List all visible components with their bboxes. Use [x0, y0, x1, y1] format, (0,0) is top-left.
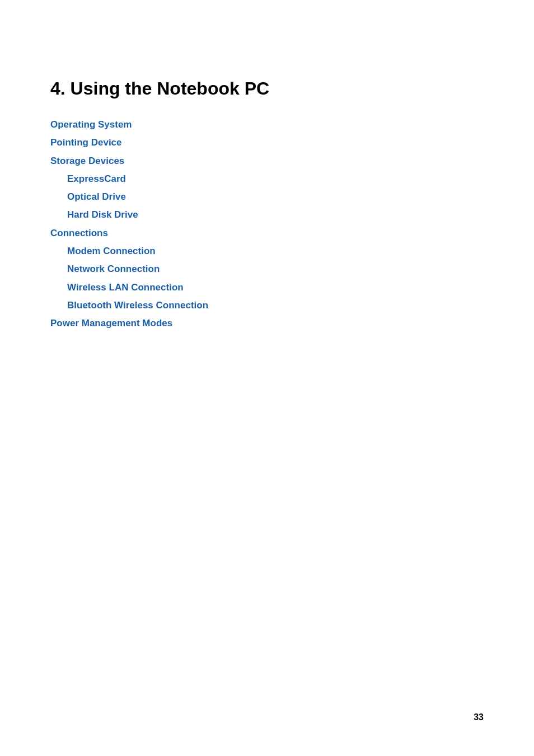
toc-item-4[interactable]: Optical Drive: [67, 188, 484, 206]
chapter-title: 4. Using the Notebook PC: [50, 78, 484, 99]
toc-list: Operating SystemPointing DeviceStorage D…: [50, 116, 484, 333]
toc-item-3[interactable]: ExpressCard: [67, 170, 484, 188]
toc-item-2[interactable]: Storage Devices: [50, 152, 484, 170]
toc-item-11[interactable]: Power Management Modes: [50, 314, 484, 332]
page-container: 4. Using the Notebook PC Operating Syste…: [0, 0, 534, 756]
toc-item-5[interactable]: Hard Disk Drive: [67, 206, 484, 224]
page-number: 33: [474, 712, 484, 722]
toc-item-6[interactable]: Connections: [50, 224, 484, 242]
toc-item-9[interactable]: Wireless LAN Connection: [67, 279, 484, 297]
toc-item-10[interactable]: Bluetooth Wireless Connection: [67, 297, 484, 314]
toc-item-7[interactable]: Modem Connection: [67, 242, 484, 260]
toc-item-8[interactable]: Network Connection: [67, 260, 484, 278]
toc-item-0[interactable]: Operating System: [50, 116, 484, 134]
toc-item-1[interactable]: Pointing Device: [50, 134, 484, 152]
